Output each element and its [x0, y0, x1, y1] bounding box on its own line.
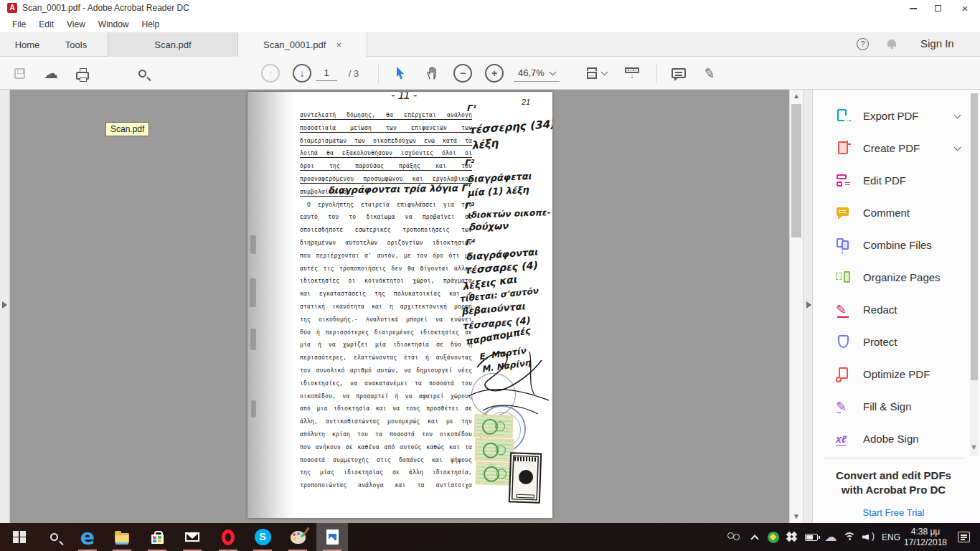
chevron-down-icon[interactable] [954, 143, 961, 151]
print-icon [76, 72, 89, 80]
sidebar-item-create-pdf[interactable]: Create PDF [813, 132, 967, 164]
sign-in-button[interactable]: Sign In [920, 37, 954, 50]
document-text-line: απόλυτη κρίση του τα ποσοστά του οικοπέδ… [300, 428, 472, 441]
scroll-down-icon[interactable]: ▼ [790, 510, 803, 523]
right-pane-handle[interactable] [803, 90, 813, 523]
tab-home[interactable]: Home [6, 32, 49, 57]
pdf-page[interactable]: - 11 - 21 συντελεστή δόμησης, θα επέρχετ… [248, 92, 552, 518]
optimize-pdf-icon [836, 367, 852, 382]
taskbar-file-explorer[interactable] [106, 523, 138, 551]
menu-edit[interactable]: Edit [32, 19, 60, 29]
start-button[interactable] [4, 523, 35, 551]
people-tray-icon[interactable] [723, 523, 745, 551]
edge-icon: e [80, 527, 95, 548]
upload-cloud-button[interactable]: ☁↑ [40, 57, 62, 90]
chevron-down-icon[interactable] [954, 111, 961, 118]
battery-icon[interactable] [802, 523, 821, 551]
close-button[interactable]: × [953, 0, 977, 17]
restore-button[interactable] [925, 0, 950, 17]
sidebar-item-fill-sign[interactable]: ✎~ Fill & Sign [813, 390, 967, 423]
organize-pages-icon [836, 270, 852, 286]
taskbar-search-button[interactable] [38, 523, 70, 551]
sidebar-item-redact[interactable]: ✎ Redact [813, 293, 967, 326]
start-free-trial-link[interactable]: Start Free Trial [863, 507, 925, 518]
scroll-down-icon[interactable]: ▼ [970, 443, 978, 451]
tab-tools[interactable]: Tools [53, 32, 99, 57]
sidebar-item-combine-files[interactable]: ↓ Combine Files [813, 229, 967, 261]
taskbar-edge[interactable]: e [72, 523, 103, 551]
left-pane-handle[interactable] [0, 90, 10, 523]
action-center-button[interactable] [951, 523, 976, 551]
taskbar-store[interactable] [141, 523, 173, 551]
store-icon [151, 534, 164, 544]
acrobat-pro-promo: Convert and edit PDFs with Acrobat Pro D… [823, 458, 964, 519]
signature-scribble [461, 344, 552, 430]
notification-bell-icon[interactable] [887, 39, 896, 47]
language-indicator[interactable]: ENG [880, 523, 903, 551]
document-text-line: εαυτό του το δικαίωμα να προβαίνει σε [300, 211, 472, 224]
hand-tool-button[interactable] [422, 57, 442, 90]
onedrive-cloud-icon[interactable]: ☁ [822, 523, 839, 551]
sidebar-item-organize-pages[interactable]: Organize Pages [813, 261, 967, 293]
menu-help[interactable]: Help [136, 19, 166, 29]
document-viewer[interactable]: - 11 - 21 συντελεστή δόμησης, θα επέρχετ… [10, 90, 789, 523]
handwritten-annotation: διαγράφεται [467, 171, 532, 185]
tray-expand-chevron[interactable] [746, 523, 763, 551]
taskbar-photos-active[interactable] [316, 523, 348, 551]
next-page-button[interactable]: ↓ [293, 57, 311, 90]
zoom-out-button[interactable]: − [453, 57, 473, 90]
save-button[interactable] [10, 57, 29, 90]
tray-green-app-icon[interactable] [765, 523, 782, 551]
document-text-line: μία ή να χωρίζει μία ιδιοκτησία σε δύο ή [300, 339, 472, 352]
sidebar-item-comment[interactable]: Comment [813, 197, 967, 229]
volume-icon[interactable]: ) [859, 523, 878, 551]
taskbar-paint[interactable] [282, 523, 314, 551]
document-scrollbar[interactable]: ▲ ▼ [789, 90, 803, 523]
handwritten-annotation: τέσσαρες (4) [464, 259, 538, 276]
clock[interactable]: 4:38 μμ 17/12/2018 [903, 523, 948, 551]
menu-window[interactable]: Window [92, 19, 136, 29]
sidebar-item-export-pdf[interactable]: → Export PDF [813, 100, 967, 132]
help-icon[interactable]: ? [857, 38, 869, 50]
tab-close-icon[interactable]: × [336, 39, 341, 50]
fill-sign-icon: ✎~ [836, 399, 852, 415]
arrow-up-icon: ↑ [261, 64, 280, 83]
scan-smudge [251, 400, 256, 418]
fit-width-button[interactable]: ↔ [583, 57, 611, 90]
zoom-in-button[interactable]: + [484, 57, 504, 90]
sidebar-scrollbar[interactable] [970, 93, 979, 456]
menu-view[interactable]: View [60, 19, 92, 29]
document-text-line: της μίας ιδιοκτησίας σε άλλη ιδιοκτησία, [300, 466, 472, 479]
wifi-icon[interactable] [841, 523, 858, 551]
minimize-button[interactable] [901, 0, 925, 17]
taskbar-skype[interactable]: S [247, 523, 278, 551]
select-tool-button[interactable] [391, 57, 410, 90]
scrollbar-thumb[interactable] [791, 104, 801, 237]
taskbar-opera[interactable] [212, 523, 244, 551]
document-text-line: τον συνολικό αριθμό αυτών, να δημιουργεί… [300, 364, 472, 377]
taskbar-mail[interactable] [176, 523, 208, 551]
tab-scan-0001-pdf[interactable]: Scan_0001.pdf × [238, 32, 367, 57]
window-title: Scan_0001.pdf - Adobe Acrobat Reader DC [22, 3, 189, 13]
zoom-level-dropdown[interactable]: 46,7% [514, 57, 560, 90]
page-number-input[interactable]: 1 [316, 57, 337, 90]
search-button[interactable] [133, 57, 151, 90]
comment-tool-button[interactable] [668, 57, 689, 90]
acrobat-app-icon: A [7, 3, 17, 13]
sidebar-item-protect[interactable]: Protect [813, 326, 967, 358]
highlight-tool-button[interactable]: ✎ [699, 57, 720, 90]
scrolling-mode-button[interactable]: ↓ [621, 57, 643, 90]
dropbox-tray-icon[interactable] [783, 523, 801, 551]
windows-logo-icon [13, 531, 26, 544]
print-button[interactable] [72, 57, 93, 90]
tab-scan-pdf[interactable]: Scan.pdf [108, 32, 238, 57]
document-text-line: ιδιοκτησίες οι κοινόκτητοι χώροι, πράγμα… [300, 275, 472, 288]
sidebar-item-adobe-sign[interactable]: xℓ Adobe Sign [813, 423, 967, 455]
menu-file[interactable]: File [6, 19, 32, 29]
sidebar-item-optimize-pdf[interactable]: Optimize PDF [813, 358, 967, 390]
sidebar-item-edit-pdf[interactable]: Edit PDF [813, 164, 967, 197]
sidebar-item-label: Adobe Sign [863, 433, 919, 445]
scroll-up-icon[interactable]: ▲ [790, 90, 803, 103]
scrollbar-thumb[interactable] [971, 93, 978, 380]
previous-page-button[interactable]: ↑ [261, 57, 280, 90]
